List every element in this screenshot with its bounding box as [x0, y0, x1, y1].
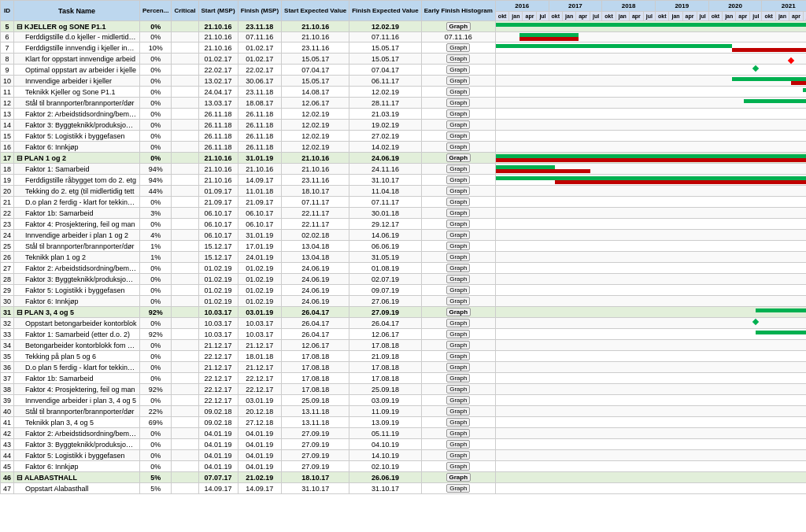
cell-histogram[interactable]: Graph: [421, 406, 495, 417]
graph-button[interactable]: Graph: [446, 363, 470, 371]
cell-histogram[interactable]: Graph: [421, 153, 495, 164]
graph-button[interactable]: Graph: [446, 396, 470, 405]
graph-button[interactable]: Graph: [446, 264, 470, 272]
cell-histogram[interactable]: Graph: [421, 472, 495, 483]
cell-histogram[interactable]: Graph: [421, 340, 495, 351]
graph-button[interactable]: Graph: [446, 319, 470, 327]
cell-histogram[interactable]: Graph: [421, 208, 495, 219]
gantt-diamond-green: [752, 318, 759, 324]
cell-start-msp: 26.11.18: [198, 131, 238, 142]
cell-histogram[interactable]: Graph: [421, 373, 495, 384]
cell-histogram[interactable]: Graph: [421, 230, 495, 241]
cell-histogram[interactable]: Graph: [421, 164, 495, 175]
graph-button[interactable]: Graph: [446, 418, 470, 427]
cell-histogram[interactable]: Graph: [421, 175, 495, 186]
graph-button[interactable]: Graph: [446, 462, 470, 471]
cell-histogram[interactable]: Graph: [421, 109, 495, 120]
cell-percent: 0%: [140, 21, 172, 32]
cell-histogram[interactable]: Graph: [421, 241, 495, 252]
cell-histogram[interactable]: Graph: [421, 395, 495, 406]
graph-button[interactable]: Graph: [446, 109, 470, 118]
graph-button[interactable]: Graph: [446, 484, 470, 493]
graph-button[interactable]: Graph: [446, 87, 470, 96]
cell-histogram[interactable]: Graph: [421, 87, 495, 98]
cell-histogram[interactable]: Graph: [421, 329, 495, 340]
graph-button[interactable]: Graph: [446, 120, 470, 129]
graph-button[interactable]: Graph: [446, 187, 470, 195]
cell-histogram[interactable]: Graph: [421, 54, 495, 65]
cell-finish-exp: 07.11.16: [349, 32, 421, 42]
graph-button[interactable]: Graph: [446, 297, 470, 305]
cell-histogram[interactable]: Graph: [421, 428, 495, 439]
graph-button[interactable]: Graph: [446, 22, 471, 31]
cell-id: 5: [1, 21, 14, 32]
cell-histogram[interactable]: Graph: [421, 142, 495, 153]
graph-button[interactable]: Graph: [446, 98, 470, 107]
cell-critical: [172, 417, 198, 428]
cell-histogram[interactable]: Graph: [421, 197, 495, 208]
cell-histogram[interactable]: Graph: [421, 252, 495, 263]
cell-histogram[interactable]: 07.11.16: [421, 32, 495, 42]
graph-button[interactable]: Graph: [446, 374, 470, 382]
graph-button[interactable]: Graph: [446, 231, 470, 239]
graph-button[interactable]: Graph: [446, 54, 470, 63]
graph-button[interactable]: Graph: [446, 308, 471, 316]
cell-histogram[interactable]: Graph: [421, 351, 495, 362]
cell-histogram[interactable]: Graph: [421, 318, 495, 329]
graph-button[interactable]: Graph: [446, 451, 470, 460]
graph-button[interactable]: Graph: [446, 473, 471, 482]
graph-button[interactable]: Graph: [446, 242, 470, 250]
graph-button[interactable]: Graph: [446, 43, 470, 52]
cell-histogram[interactable]: Graph: [421, 42, 495, 54]
cell-histogram[interactable]: Graph: [421, 384, 495, 395]
cell-histogram[interactable]: Graph: [421, 417, 495, 428]
cell-histogram[interactable]: Graph: [421, 21, 495, 32]
graph-button[interactable]: Graph: [446, 131, 470, 140]
graph-button[interactable]: Graph: [446, 142, 470, 151]
graph-button[interactable]: Graph: [446, 286, 470, 294]
cell-task: Ferddigstille d.o kjeller - midlertidig …: [14, 32, 140, 42]
cell-histogram[interactable]: Graph: [421, 296, 495, 307]
graph-button[interactable]: Graph: [446, 65, 470, 74]
cell-task: Faktor 2: Arbeidstidsordning/bemann: [14, 263, 140, 274]
cell-critical: [172, 450, 198, 461]
graph-button[interactable]: Graph: [446, 220, 470, 228]
cell-histogram[interactable]: Graph: [421, 120, 495, 131]
cell-histogram[interactable]: Graph: [421, 76, 495, 87]
graph-button[interactable]: Graph: [446, 330, 470, 338]
graph-button[interactable]: Graph: [446, 253, 470, 261]
cell-histogram[interactable]: Graph: [421, 439, 495, 450]
month-okt-1: okt: [495, 12, 509, 21]
graph-button[interactable]: Graph: [446, 209, 470, 217]
graph-button[interactable]: Graph: [446, 385, 470, 393]
cell-histogram[interactable]: Graph: [421, 362, 495, 373]
cell-histogram[interactable]: Graph: [421, 263, 495, 274]
graph-button[interactable]: Graph: [446, 164, 470, 173]
cell-histogram[interactable]: Graph: [421, 461, 495, 472]
cell-histogram[interactable]: Graph: [421, 65, 495, 76]
cell-percent: 0%: [140, 153, 172, 164]
cell-histogram[interactable]: Graph: [421, 483, 495, 494]
month-jul-1: jul: [537, 12, 549, 21]
graph-button[interactable]: Graph: [446, 153, 471, 162]
cell-start-exp: 26.04.17: [282, 318, 349, 329]
cell-histogram[interactable]: Graph: [421, 186, 495, 197]
graph-button[interactable]: Graph: [446, 352, 470, 360]
table-wrapper[interactable]: ID Task Name Percen... Critical Start (M…: [0, 0, 806, 532]
cell-start-msp: 04.01.19: [198, 461, 238, 472]
cell-histogram[interactable]: Graph: [421, 285, 495, 296]
graph-button[interactable]: Graph: [446, 175, 470, 184]
cell-histogram[interactable]: Graph: [421, 450, 495, 461]
graph-button[interactable]: Graph: [446, 429, 470, 438]
cell-histogram[interactable]: Graph: [421, 274, 495, 285]
cell-histogram[interactable]: Graph: [421, 307, 495, 318]
graph-button[interactable]: Graph: [446, 275, 470, 283]
cell-histogram[interactable]: Graph: [421, 98, 495, 109]
graph-button[interactable]: Graph: [446, 198, 470, 206]
cell-histogram[interactable]: Graph: [421, 131, 495, 142]
graph-button[interactable]: Graph: [446, 440, 470, 449]
cell-histogram[interactable]: Graph: [421, 219, 495, 230]
graph-button[interactable]: Graph: [446, 407, 470, 416]
graph-button[interactable]: Graph: [446, 76, 470, 85]
graph-button[interactable]: Graph: [446, 341, 470, 349]
